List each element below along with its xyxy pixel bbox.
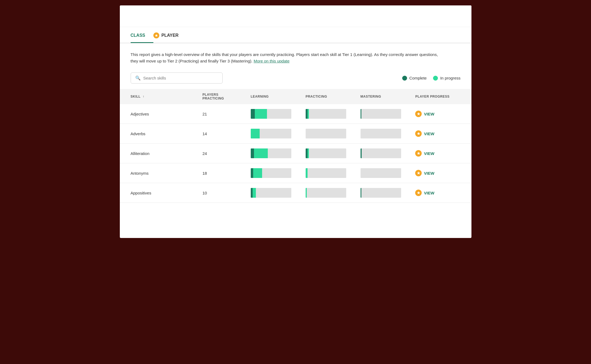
- learning-complete-fill: [251, 188, 253, 198]
- cell-players-count: 14: [198, 124, 246, 144]
- col-header-learning: LEARNING: [246, 89, 301, 104]
- cell-view-button: ★VIEW: [411, 104, 471, 124]
- table-row: Adverbs14★VIEW: [120, 124, 471, 144]
- view-label: VIEW: [424, 151, 434, 156]
- view-star-icon: ★: [415, 170, 422, 176]
- cell-mastering-bar: [356, 124, 411, 144]
- tab-player-label: PLAYER: [161, 33, 179, 38]
- view-button[interactable]: ★VIEW: [415, 170, 434, 176]
- table-row: Alliteration24★VIEW: [120, 144, 471, 163]
- legend-complete: Complete: [402, 76, 427, 81]
- sort-arrow-icon: ↑: [143, 95, 144, 98]
- tab-class[interactable]: CLASS: [131, 28, 153, 43]
- practicing-progress-bar: [306, 109, 346, 119]
- table-header-row: SKILL ↑ PLAYERSPRACTICING LEARNING PRACT…: [120, 89, 471, 104]
- view-button[interactable]: ★VIEW: [415, 130, 434, 137]
- inprogress-label: In progress: [440, 76, 460, 80]
- legend: Complete In progress: [402, 76, 460, 81]
- search-icon: 🔍: [135, 75, 141, 81]
- learning-inprogress-fill: [253, 188, 256, 198]
- cell-view-button: ★VIEW: [411, 163, 471, 183]
- table-row: Antonyms18★VIEW: [120, 163, 471, 183]
- view-button[interactable]: ★VIEW: [415, 190, 434, 196]
- view-star-icon: ★: [415, 130, 422, 137]
- view-star-icon: ★: [415, 190, 422, 196]
- mastering-complete-fill: [361, 109, 361, 119]
- complete-dot: [402, 76, 407, 81]
- cell-practicing-bar: [301, 163, 356, 183]
- cell-practicing-bar: [301, 124, 356, 144]
- learning-complete-fill: [251, 109, 255, 119]
- search-input[interactable]: [143, 76, 218, 80]
- practicing-progress-bar: [306, 168, 346, 178]
- view-button[interactable]: ★VIEW: [415, 111, 434, 117]
- cell-mastering-bar: [356, 104, 411, 124]
- view-label: VIEW: [424, 191, 434, 195]
- cell-practicing-bar: [301, 144, 356, 163]
- learning-complete-fill: [251, 168, 253, 178]
- practicing-complete-fill: [306, 148, 308, 158]
- learning-progress-bar: [251, 109, 291, 119]
- table-row: Appositives10★VIEW: [120, 183, 471, 203]
- practicing-complete-fill: [306, 109, 308, 119]
- mastering-complete-fill: [361, 188, 361, 198]
- tab-player[interactable]: ★ PLAYER: [153, 27, 187, 43]
- col-header-mastering: MASTERING: [356, 89, 411, 104]
- learning-inprogress-fill: [255, 109, 267, 119]
- learning-progress-bar: [251, 129, 291, 138]
- learning-inprogress-fill: [251, 129, 260, 138]
- cell-skill-name: Alliteration: [120, 144, 198, 163]
- cell-view-button: ★VIEW: [411, 183, 471, 203]
- view-star-icon: ★: [415, 150, 422, 157]
- practicing-inprogress-fill: [306, 188, 307, 198]
- learning-inprogress-fill: [254, 148, 268, 158]
- mastering-progress-bar: [361, 168, 401, 178]
- cell-view-button: ★VIEW: [411, 144, 471, 163]
- cell-skill-name: Adverbs: [120, 124, 198, 144]
- view-label: VIEW: [424, 112, 434, 116]
- cell-practicing-bar: [301, 104, 356, 124]
- skills-table: SKILL ↑ PLAYERSPRACTICING LEARNING PRACT…: [120, 89, 471, 203]
- learning-inprogress-fill: [253, 168, 262, 178]
- tab-bar: CLASS ★ PLAYER: [120, 27, 471, 43]
- practicing-progress-bar: [306, 188, 346, 198]
- cell-skill-name: Antonyms: [120, 163, 198, 183]
- cell-learning-bar: [246, 124, 301, 144]
- practicing-inprogress-fill: [306, 168, 308, 178]
- tab-class-label: CLASS: [131, 33, 145, 38]
- cell-learning-bar: [246, 183, 301, 203]
- practicing-progress-bar: [306, 129, 346, 138]
- col-header-player-progress: PLAYER PROGRESS: [411, 89, 471, 104]
- top-bar: [120, 5, 471, 27]
- mastering-complete-fill: [361, 148, 362, 158]
- learning-progress-bar: [251, 168, 291, 178]
- cell-practicing-bar: [301, 183, 356, 203]
- view-star-icon: ★: [415, 111, 422, 117]
- cell-mastering-bar: [356, 163, 411, 183]
- cell-players-count: 18: [198, 163, 246, 183]
- mastering-progress-bar: [361, 188, 401, 198]
- practicing-progress-bar: [306, 148, 346, 158]
- cell-skill-name: Appositives: [120, 183, 198, 203]
- cell-learning-bar: [246, 144, 301, 163]
- description-text: This report gives a high-level overview …: [120, 43, 450, 70]
- cell-players-count: 10: [198, 183, 246, 203]
- cell-skill-name: Adjectives: [120, 104, 198, 124]
- mastering-progress-bar: [361, 109, 401, 119]
- view-button[interactable]: ★VIEW: [415, 150, 434, 157]
- cell-mastering-bar: [356, 144, 411, 163]
- cell-learning-bar: [246, 163, 301, 183]
- cell-mastering-bar: [356, 183, 411, 203]
- col-header-skill[interactable]: SKILL ↑: [120, 89, 198, 104]
- player-star-icon: ★: [153, 32, 159, 38]
- table-row: Adjectives21★VIEW: [120, 104, 471, 124]
- learning-progress-bar: [251, 148, 291, 158]
- cell-players-count: 21: [198, 104, 246, 124]
- view-label: VIEW: [424, 171, 434, 176]
- learning-complete-fill: [251, 148, 254, 158]
- practicing-inprogress-fill: [308, 109, 309, 119]
- search-box: 🔍: [131, 72, 223, 84]
- more-info-link[interactable]: More on this update: [254, 59, 290, 63]
- col-header-practicing: PRACTICING: [301, 89, 356, 104]
- search-legend-row: 🔍 Complete In progress: [120, 70, 471, 89]
